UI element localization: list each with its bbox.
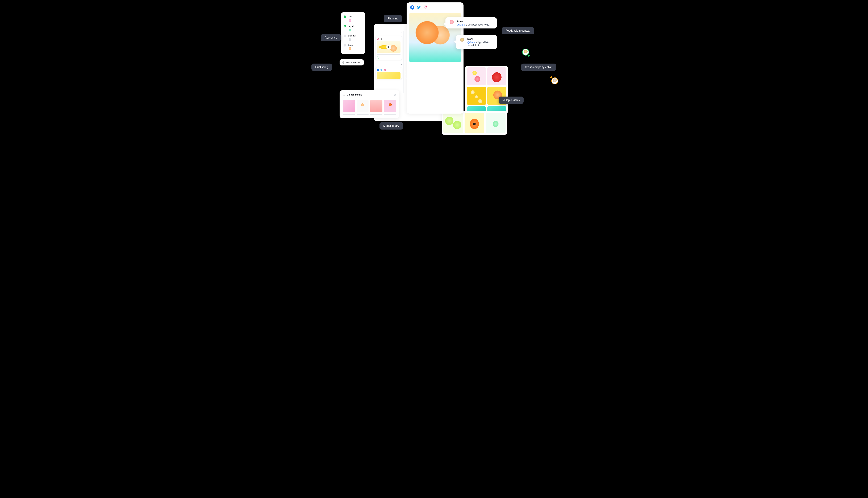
approved-icon: ✓ <box>377 56 379 58</box>
comment-bubble[interactable]: Mark @Anna all good let's schedule it. <box>456 35 497 49</box>
cursor-icon <box>528 54 530 57</box>
comment-text: @Anna all good let's schedule it. <box>467 41 494 47</box>
svg-point-13 <box>425 7 426 8</box>
grid-view-card <box>442 111 507 135</box>
svg-point-14 <box>426 6 427 6</box>
planning-label: Planning <box>384 15 402 22</box>
comment-bubble[interactable]: Anna @Mark is this post good to go? <box>445 17 497 28</box>
approvals-card: Jack Ingrid Samuel Anne <box>341 12 365 54</box>
grid-thumbnail[interactable] <box>486 113 506 133</box>
tiktok-icon <box>380 38 383 40</box>
grid-thumbnail[interactable] <box>465 113 484 133</box>
publishing-label: Publishing <box>311 64 332 71</box>
avatar <box>348 47 352 51</box>
svg-point-6 <box>384 70 385 70</box>
media-thumbnail <box>384 100 396 112</box>
mention[interactable]: @Mark <box>457 23 465 26</box>
media-item[interactable] <box>370 100 383 115</box>
facebook-icon <box>410 5 415 10</box>
grid-thumbnail[interactable] <box>487 67 506 86</box>
approval-name: Ingrid <box>348 25 353 27</box>
media-item[interactable] <box>384 100 396 115</box>
feedback-label: Feedback in context <box>502 27 534 35</box>
instagram-icon <box>384 69 386 71</box>
collaborator-avatar[interactable] <box>551 77 558 84</box>
media-item[interactable] <box>357 100 369 115</box>
upload-icon <box>343 94 345 96</box>
calendar-cell[interactable]: 2 ✓ <box>374 31 404 62</box>
twitter-icon <box>380 69 383 71</box>
approvals-label: Approvals <box>321 34 341 41</box>
approval-row[interactable]: Ingrid <box>344 25 362 27</box>
media-thumbnail <box>343 100 355 112</box>
calendar-cell[interactable]: 9 <box>374 62 404 93</box>
post-thumbnail <box>377 72 400 79</box>
grid-view-card <box>465 66 508 114</box>
instagram-icon <box>423 5 428 10</box>
approval-name: Anne <box>348 44 353 47</box>
cursor-icon <box>550 76 552 78</box>
clock-icon <box>342 61 344 64</box>
media-library-label: Media library <box>379 122 403 130</box>
placeholder-bar <box>377 54 400 55</box>
media-item[interactable] <box>343 100 355 115</box>
scheduled-pill: Post scheduled <box>339 60 364 65</box>
avatar <box>459 38 465 44</box>
calendar-post[interactable]: ✓ <box>375 36 402 60</box>
instagram-icon <box>377 38 379 40</box>
comment-author: Anna <box>457 20 491 23</box>
grid-thumbnail[interactable] <box>467 87 486 105</box>
approval-row[interactable]: Samuel <box>344 35 362 37</box>
avatar <box>348 28 352 32</box>
post-thumbnail <box>377 41 400 53</box>
calendar-date: 2 <box>400 32 402 35</box>
multiple-views-label: Multiple views <box>498 96 524 104</box>
avatar <box>348 38 352 42</box>
avatar <box>348 19 352 23</box>
approval-row[interactable]: Anne <box>344 44 362 47</box>
comment-author: Mark <box>467 38 494 40</box>
check-icon <box>344 15 346 18</box>
media-thumbnail <box>357 100 369 112</box>
calendar-date: 9 <box>400 63 402 66</box>
pending-icon <box>344 44 346 47</box>
approval-name: Samuel <box>348 35 356 37</box>
mention[interactable]: @Anna <box>467 41 476 44</box>
play-icon <box>386 44 391 50</box>
grid-thumbnail[interactable] <box>443 113 463 133</box>
scheduled-text: Post scheduled <box>346 61 361 64</box>
pending-icon <box>344 35 346 37</box>
grid-thumbnail[interactable] <box>467 67 486 86</box>
approval-row[interactable]: Jack <box>344 15 362 18</box>
media-thumbnail <box>370 100 383 112</box>
facebook-icon <box>377 69 379 71</box>
approval-name: Jack <box>348 15 352 18</box>
comment-text: @Mark is this post good to go? <box>457 23 491 26</box>
calendar-post[interactable] <box>375 67 402 79</box>
avatar <box>449 20 455 26</box>
close-icon[interactable]: ✕ <box>394 93 396 96</box>
media-title: Upload media <box>347 93 362 96</box>
check-icon <box>344 25 346 27</box>
cross-company-label: Cross-company collab <box>521 64 556 71</box>
twitter-icon <box>417 5 421 10</box>
media-library-card: Upload media ✕ <box>339 90 399 118</box>
svg-point-2 <box>378 38 379 39</box>
